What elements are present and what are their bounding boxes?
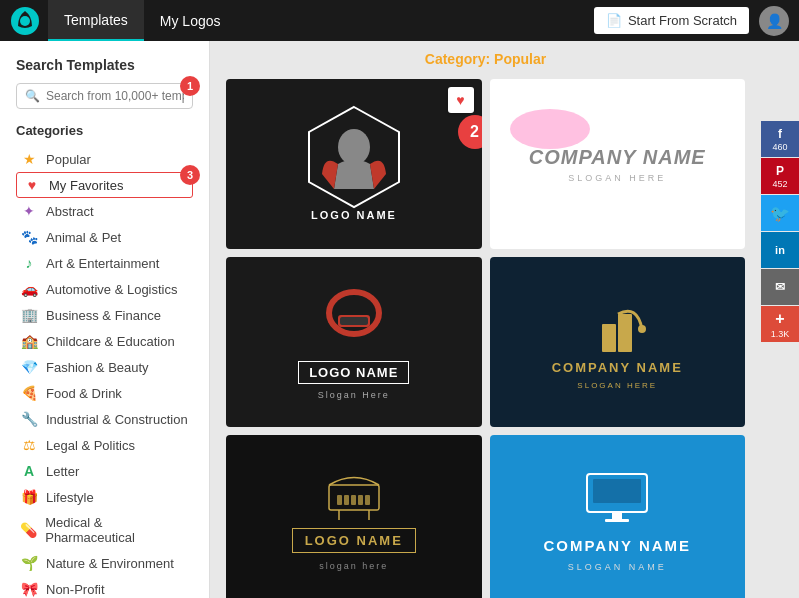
- svg-rect-24: [605, 519, 629, 522]
- sidebar-item-nonprofit[interactable]: 🎀 Non-Profit: [16, 576, 193, 598]
- social-sidebar: f 460 P 452 🐦 in ✉ + 1.3K: [761, 41, 799, 598]
- badge-2: 2: [458, 115, 482, 149]
- plus-share-button[interactable]: + 1.3K: [761, 306, 799, 342]
- logo-grid: ♥ 2 LOGO NAME: [226, 79, 745, 598]
- sidebar-item-animal-pet[interactable]: 🐾 Animal & Pet: [16, 224, 193, 250]
- heart-icon: ♥: [23, 177, 41, 193]
- tab-templates[interactable]: Templates: [48, 0, 144, 41]
- computer-slogan: SLOGAN NAME: [568, 562, 667, 572]
- gaming-logo-name: LOGO NAME: [298, 361, 409, 384]
- abstract-icon: ✦: [20, 203, 38, 219]
- piano-logo-wrap: LOGO NAME slogan here: [292, 470, 416, 571]
- sidebar-item-popular[interactable]: ★ Popular: [16, 146, 193, 172]
- animal-icon: 🐾: [20, 229, 38, 245]
- logo-card-4[interactable]: COMPANY NAME SLOGAN HERE: [490, 257, 746, 427]
- medical-icon: 💊: [20, 522, 37, 538]
- building-gold-wrap: COMPANY NAME SLOGAN HERE: [552, 294, 683, 390]
- header-nav: Templates My Logos: [48, 0, 594, 41]
- building-gold-svg: [582, 294, 652, 354]
- building-company-name: COMPANY NAME: [552, 360, 683, 375]
- logo-card-3[interactable]: LOGO NAME Slogan Here: [226, 257, 482, 427]
- svg-rect-22: [593, 479, 641, 503]
- food-icon: 🍕: [20, 385, 38, 401]
- header-right: 📄 Start From Scratch 👤: [594, 6, 789, 36]
- email-icon: ✉: [775, 280, 785, 294]
- search-icon: 🔍: [25, 89, 40, 103]
- pink-blob: [510, 109, 590, 149]
- facebook-icon: f: [778, 127, 782, 141]
- linkedin-share-button[interactable]: in: [761, 232, 799, 268]
- sidebar-item-childcare[interactable]: 🏫 Childcare & Education: [16, 328, 193, 354]
- twitter-share-button[interactable]: 🐦: [761, 195, 799, 231]
- svg-rect-9: [602, 324, 616, 352]
- gaming-logo-wrap: LOGO NAME Slogan Here: [298, 285, 409, 400]
- avatar[interactable]: 👤: [759, 6, 789, 36]
- building-slogan: SLOGAN HERE: [577, 381, 657, 390]
- company-name-text: COMPANY NAME: [529, 146, 706, 169]
- main-layout: Search Templates 🔍 1 Categories ★ Popula…: [0, 41, 799, 598]
- search-box: 🔍 1: [16, 83, 193, 109]
- piano-svg: [319, 470, 389, 520]
- sidebar-item-lifestyle[interactable]: 🎁 Lifestyle: [16, 484, 193, 510]
- svg-rect-13: [337, 495, 342, 505]
- computer-company-name: COMPANY NAME: [543, 537, 691, 554]
- logo-card-6[interactable]: COMPANY NAME SLOGAN NAME: [490, 435, 746, 598]
- fashion-icon: 💎: [20, 359, 38, 375]
- content-area: Category: Popular ♥ 2 LOG: [210, 41, 761, 598]
- sidebar-item-fashion-beauty[interactable]: 💎 Fashion & Beauty: [16, 354, 193, 380]
- gaming-helmet-svg: [314, 285, 394, 355]
- childcare-icon: 🏫: [20, 333, 38, 349]
- categories-title: Categories: [16, 123, 193, 138]
- svg-rect-14: [344, 495, 349, 505]
- sidebar-item-industrial[interactable]: 🔧 Industrial & Construction: [16, 406, 193, 432]
- svg-rect-23: [612, 512, 622, 520]
- lifestyle-icon: 🎁: [20, 489, 38, 505]
- sidebar-item-abstract[interactable]: ✦ Abstract: [16, 198, 193, 224]
- svg-rect-10: [618, 314, 632, 352]
- plus-count: 1.3K: [771, 329, 790, 339]
- sidebar-item-letter[interactable]: A Letter: [16, 458, 193, 484]
- sidebar-item-my-favorites[interactable]: ♥ My Favorites 3: [16, 172, 193, 198]
- badge-1: 1: [180, 76, 200, 96]
- computer-svg: [577, 469, 657, 529]
- business-icon: 🏢: [20, 307, 38, 323]
- computer-logo-wrap: COMPANY NAME SLOGAN NAME: [543, 469, 691, 572]
- start-from-scratch-button[interactable]: 📄 Start From Scratch: [594, 7, 749, 34]
- sidebar-item-art-entertainment[interactable]: ♪ Art & Entertainment: [16, 250, 193, 276]
- svg-point-1: [20, 16, 30, 26]
- facebook-count: 460: [772, 142, 787, 152]
- sidebar-item-legal[interactable]: ⚖ Legal & Politics: [16, 432, 193, 458]
- sidebar-item-nature[interactable]: 🌱 Nature & Environment: [16, 550, 193, 576]
- sidebar-item-automotive[interactable]: 🚗 Automotive & Logistics: [16, 276, 193, 302]
- legal-icon: ⚖: [20, 437, 38, 453]
- pinterest-share-button[interactable]: P 452: [761, 158, 799, 194]
- svg-text:LOGO NAME: LOGO NAME: [311, 209, 397, 221]
- logo-card-5[interactable]: LOGO NAME slogan here: [226, 435, 482, 598]
- sidebar: Search Templates 🔍 1 Categories ★ Popula…: [0, 41, 210, 598]
- doc-icon: 📄: [606, 13, 622, 28]
- letter-icon: A: [20, 463, 38, 479]
- nonprofit-icon: 🎀: [20, 581, 38, 597]
- search-input[interactable]: [46, 89, 184, 103]
- heart-button-1[interactable]: ♥: [448, 87, 474, 113]
- logo-card-1[interactable]: ♥ 2 LOGO NAME: [226, 79, 482, 249]
- star-icon: ★: [20, 151, 38, 167]
- sidebar-item-food-drink[interactable]: 🍕 Food & Drink: [16, 380, 193, 406]
- twitter-icon: 🐦: [770, 204, 790, 223]
- sidebar-item-business[interactable]: 🏢 Business & Finance: [16, 302, 193, 328]
- industrial-icon: 🔧: [20, 411, 38, 427]
- pinterest-icon: P: [776, 164, 784, 178]
- svg-point-11: [638, 325, 646, 333]
- category-label: Category: Popular: [226, 51, 745, 67]
- logo-card-2[interactable]: COMPANY NAME SLOGAN HERE: [490, 79, 746, 249]
- piano-slogan: slogan here: [319, 561, 388, 571]
- badge-3: 3: [180, 165, 200, 185]
- sidebar-item-medical[interactable]: 💊 Medical & Pharmaceutical: [16, 510, 193, 550]
- plus-icon: +: [775, 310, 784, 328]
- email-share-button[interactable]: ✉: [761, 269, 799, 305]
- app-logo[interactable]: [10, 6, 40, 36]
- facebook-share-button[interactable]: f 460: [761, 121, 799, 157]
- svg-rect-8: [340, 317, 368, 325]
- hexagon-warrior-svg: LOGO NAME: [294, 99, 414, 229]
- tab-my-logos[interactable]: My Logos: [144, 0, 237, 41]
